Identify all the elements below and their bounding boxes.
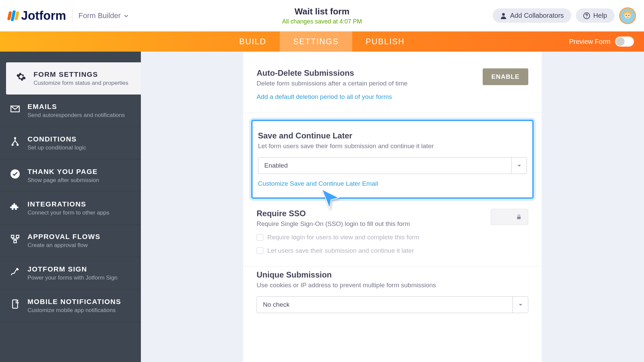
tab-build[interactable]: BUILD xyxy=(226,32,280,52)
mail-icon xyxy=(9,103,21,115)
sidebar-item-desc: Create an approval flow xyxy=(28,242,100,249)
help-label: Help xyxy=(593,12,607,19)
checkbox-icon xyxy=(257,247,263,254)
collab-label: Add Collaborators xyxy=(510,12,564,19)
puzzle-icon xyxy=(9,201,21,212)
gear-icon xyxy=(15,71,27,82)
builder-dropdown[interactable]: Form Builder xyxy=(78,11,129,20)
setting-autodelete: Auto-Delete Submissions Delete form subm… xyxy=(243,65,542,113)
preview-form-control: Preview Form xyxy=(569,32,634,52)
svg-rect-10 xyxy=(11,235,14,238)
enable-autodelete-button[interactable]: ENABLE xyxy=(483,68,528,85)
setting-desc: Delete form submissions after a certain … xyxy=(257,80,408,87)
checkbox-icon xyxy=(257,234,263,241)
setting-title: Require SSO xyxy=(257,209,410,218)
body-row: FORM SETTINGS Customize form status and … xyxy=(0,52,644,362)
chevron-down-icon xyxy=(511,158,527,174)
chevron-down-icon xyxy=(123,13,129,18)
svg-point-5 xyxy=(628,15,629,16)
save-continue-select[interactable]: Enabled xyxy=(258,157,527,174)
person-icon xyxy=(500,12,507,19)
sidebar-item-form-settings[interactable]: FORM SETTINGS Customize form status and … xyxy=(6,62,141,95)
tab-publish[interactable]: PUBLISH xyxy=(352,32,418,52)
checkbox-label: Require login for users to view and comp… xyxy=(267,234,419,241)
svg-point-2 xyxy=(586,17,587,18)
sidebar-item-label: MOBILE NOTIFICATIONS xyxy=(28,298,121,306)
customize-save-continue-email-link[interactable]: Customize Save and Continue Later Email xyxy=(258,180,378,187)
tab-settings[interactable]: SETTINGS xyxy=(280,32,352,52)
add-collaborators-button[interactable]: Add Collaborators xyxy=(493,8,571,23)
logo-mark-icon xyxy=(8,10,18,21)
app-header: Jotform Form Builder Wait list form All … xyxy=(0,0,644,32)
sidebar-item-desc: Customize form status and properties xyxy=(34,80,128,86)
sidebar-item-label: THANK YOU PAGE xyxy=(28,168,99,176)
main-tabs: BUILD SETTINGS PUBLISH Preview Form xyxy=(0,32,644,52)
setting-desc: Require Single Sign-On (SSO) login to fi… xyxy=(257,220,410,228)
sidebar-item-desc: Power your forms with Jotform Sign xyxy=(28,275,117,281)
sidebar-item-desc: Show page after submission xyxy=(28,177,99,184)
sso-require-login-checkbox[interactable]: Require login for users to view and comp… xyxy=(257,234,528,241)
sidebar-item-approval-flows[interactable]: APPROVAL FLOWS Create an approval flow xyxy=(0,225,141,257)
check-circle-icon xyxy=(9,168,21,180)
setting-title: Save and Continue Later xyxy=(258,131,527,140)
question-circle-icon xyxy=(583,12,590,19)
chevron-down-icon xyxy=(513,297,528,313)
user-avatar[interactable] xyxy=(619,7,636,24)
setting-title: Auto-Delete Submissions xyxy=(257,68,408,78)
header-right: Add Collaborators Help xyxy=(493,7,636,24)
header-center: Wait list form All changes saved at 4:07… xyxy=(282,6,362,25)
sidebar-item-desc: Send autoresponders and notifications xyxy=(28,112,125,119)
svg-point-0 xyxy=(502,13,505,16)
brand-logo[interactable]: Jotform xyxy=(8,9,66,23)
svg-rect-11 xyxy=(16,235,19,238)
sidebar-item-label: INTEGRATIONS xyxy=(28,200,109,208)
sso-locked-toggle[interactable] xyxy=(491,209,528,225)
setting-unique-submission: Unique Submission Use cookies or IP addr… xyxy=(243,267,542,325)
header-divider xyxy=(72,9,72,22)
checkbox-label: Let users save their submission and cont… xyxy=(267,247,414,254)
select-value: Enabled xyxy=(264,162,288,169)
sidebar-item-label: FORM SETTINGS xyxy=(34,70,128,78)
svg-point-4 xyxy=(626,15,627,16)
unique-submission-select[interactable]: No check xyxy=(257,296,528,313)
autodelete-default-link[interactable]: Add a default deletion period to all of … xyxy=(257,93,392,101)
preview-toggle[interactable] xyxy=(615,37,634,47)
sso-save-continue-checkbox[interactable]: Let users save their submission and cont… xyxy=(257,247,528,254)
flow-icon xyxy=(9,233,21,245)
svg-point-6 xyxy=(14,137,16,139)
builder-label: Form Builder xyxy=(78,11,121,20)
setting-desc: Let form users save their form submissio… xyxy=(258,142,527,150)
svg-rect-14 xyxy=(517,217,521,219)
select-value: No check xyxy=(263,301,289,308)
main-content: Auto-Delete Submissions Delete form subm… xyxy=(141,52,644,362)
sidebar-item-conditions[interactable]: CONDITIONS Set up conditional logic xyxy=(0,127,141,160)
sidebar-item-emails[interactable]: EMAILS Send autoresponders and notificat… xyxy=(0,95,141,127)
sign-icon xyxy=(9,266,21,277)
sidebar-item-integrations[interactable]: INTEGRATIONS Connect your form to other … xyxy=(0,192,141,225)
settings-panel: Auto-Delete Submissions Delete form subm… xyxy=(243,52,542,362)
sidebar-item-mobile-notifications[interactable]: MOBILE NOTIFICATIONS Customize mobile ap… xyxy=(0,290,141,322)
sidebar-item-label: JOTFORM SIGN xyxy=(28,265,117,273)
settings-sidebar: FORM SETTINGS Customize form status and … xyxy=(0,52,141,362)
sidebar-item-label: EMAILS xyxy=(28,103,125,111)
setting-require-sso: Require SSO Require Single Sign-On (SSO)… xyxy=(243,205,542,267)
brand-name: Jotform xyxy=(21,9,66,23)
svg-point-7 xyxy=(11,144,13,146)
sidebar-item-thankyou[interactable]: THANK YOU PAGE Show page after submissio… xyxy=(0,160,141,192)
help-button[interactable]: Help xyxy=(576,8,614,23)
sidebar-item-jotform-sign[interactable]: JOTFORM SIGN Power your forms with Jotfo… xyxy=(0,257,141,290)
svg-rect-12 xyxy=(14,240,16,243)
sidebar-item-label: CONDITIONS xyxy=(28,135,86,143)
branch-icon xyxy=(9,136,21,147)
sidebar-item-desc: Connect your form to other apps xyxy=(28,209,109,216)
form-title: Wait list form xyxy=(282,6,362,17)
svg-point-8 xyxy=(16,144,18,146)
setting-title: Unique Submission xyxy=(257,270,528,280)
logo-section: Jotform Form Builder xyxy=(8,9,129,23)
mobile-icon xyxy=(9,298,21,310)
lock-icon xyxy=(516,214,522,220)
sidebar-item-desc: Set up conditional logic xyxy=(28,144,86,151)
preview-label: Preview Form xyxy=(569,38,610,46)
setting-save-continue: Save and Continue Later Let form users s… xyxy=(251,120,534,199)
save-status: All changes saved at 4:07 PM xyxy=(282,18,362,25)
